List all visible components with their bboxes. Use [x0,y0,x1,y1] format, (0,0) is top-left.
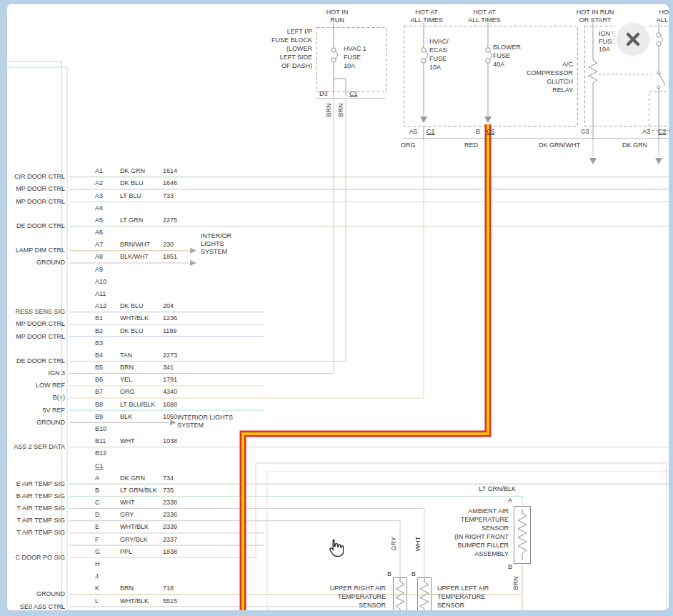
pin-row-D: DGRY2336 [0,511,673,518]
connector-label-c5: C5 [487,128,495,136]
pin-row-B: BLT GRN/BLK735 [0,487,673,494]
pin-row-F: FGRY/BLK2337 [0,536,673,543]
wire-label-brn: BRN [325,99,332,121]
wire-label-brn: BRN [337,99,344,121]
pin-row-B10: B10 [0,425,673,432]
pin-row-A12: A12DK BLU204 [0,302,673,309]
pin-row-A7: A7BRN/WHT230 [0,241,673,248]
pin-row-A: ADK GRN734 [0,475,673,482]
power-label: HOT INRUN [312,9,362,24]
fuse-block-note: LEFT I/PFUSE BLOCK (LOWERLEFT SIDE OF DA… [254,27,312,70]
pin-row-A5: A5LT GRN2275 [0,217,673,224]
wire-label-org: ORG [401,141,416,149]
pin-label-c3: C3 [581,128,589,136]
pin-label-a3: A3 [642,128,650,136]
hvac1-fuse-label: HVAC 1FUSE10A [344,44,367,70]
connector-label-c2: C2 [658,128,667,136]
pin-row-B7: B7ORG4340 [0,388,673,395]
power-label: HOTALL TI [641,9,673,24]
close-button[interactable] [617,23,649,56]
pin-row-A9: A9 [0,266,673,273]
pin-row-B8: B8LT BLU/BLK1688 [0,401,673,408]
diagram-text-layer: HOT INRUN HOT ATALL TIMES HOT ATALL TIME… [0,0,673,616]
pin-row-C: CWHT2338 [0,499,673,506]
pin-row-L: LWHT/BLK5515 [0,597,673,605]
connector-label-c1: C1 [349,90,358,98]
pin-row-A10: A10 [0,278,673,285]
pin-label-d3: D3 [319,90,328,98]
pin-row-E: EWHT/BLK2339 [0,523,673,530]
pin-row-A3: A3LT BLU733 [0,192,673,199]
pin-row-M: MPPL/WHT [0,610,673,616]
pin-row-A6: A6 [0,229,673,236]
pin-row-B3: B3 [0,339,673,347]
wiring-diagram-viewer: HOT INRUN HOT ATALL TIMES HOT ATALL TIME… [0,0,673,616]
wire-label-dk-grn: DK GRN [612,141,647,149]
close-icon [617,23,649,56]
pin-row-B6: B6YEL1791 [0,376,673,383]
ign-fuse-label: IGN EFUSE10A [599,30,617,54]
pin-label-b: B [476,128,480,136]
pin-row-G: GPPL1838 [0,548,673,555]
wire-label-dk-grn-wht: DK GRN/WHT [536,141,580,149]
power-label: HOT ATALL TIMES [402,9,452,24]
pin-row-B12: B12 [0,449,673,457]
power-label: HOT IN RUNOR START [570,9,620,24]
pin-row-B9: B9BLK1050 [0,413,673,420]
pin-row-J: J [0,572,673,580]
pin-row-A11: A11 [0,290,673,297]
pin-row-B4: B4TAN2273 [0,352,673,359]
pin-row-B5: B5BRN341 [0,364,673,371]
ac-relay-label: A/CCOMPRESSOR CLUTCHRELAY [514,60,573,94]
pin-row-K: KBRN718 [0,585,673,592]
pin-row-B1: B1WHT/BLK1236 [0,314,673,322]
power-label: HOT ATALL TIMES [459,9,509,24]
connector-label-c1: C1 [427,128,435,136]
pin-row-A2: A2DK BLU1646 [0,179,673,187]
pin-label-a5: A5 [409,128,417,136]
pin-row-H: H [0,560,673,567]
wire-label-red: RED [464,141,478,149]
pin-row-B2: B2DK BLU1199 [0,327,673,334]
pin-row-B11: B11WHT1038 [0,437,673,444]
pin-row-A1: A1DK GRN1614 [0,167,673,174]
pin-row-C1: C1 [0,462,673,470]
pin-row-A4: A4 [0,204,673,212]
pin-row-A8: A8BLK/WHT1851 [0,253,673,260]
hvac-ecas-fuse-label: HVAC/ECAS FUSE10A [429,37,449,71]
